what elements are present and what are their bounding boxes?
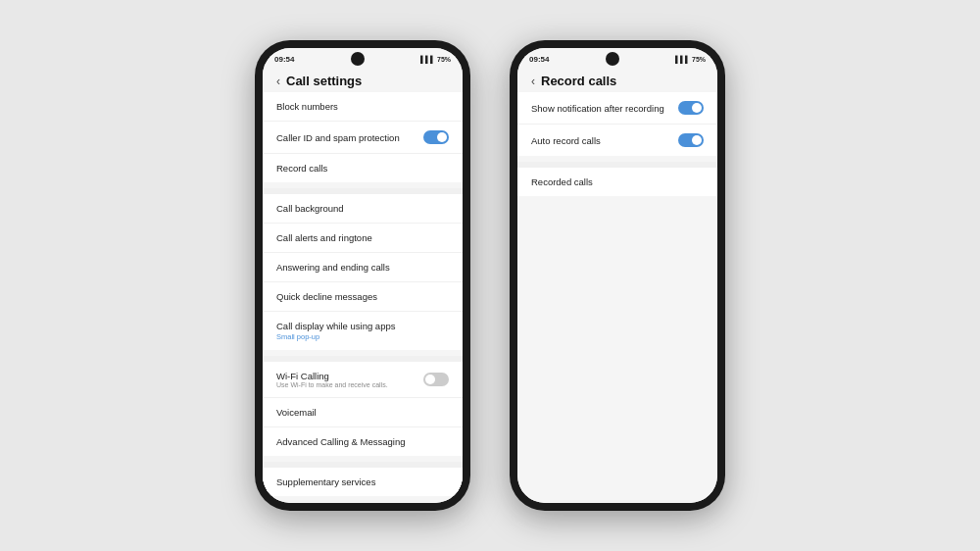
page-title-2: Record calls xyxy=(541,74,616,88)
recorded-calls-section: Recorded calls xyxy=(517,168,717,196)
item-label: Advanced Calling & Messaging xyxy=(276,436,406,447)
section-group-3: Wi-Fi Calling Use Wi-Fi to make and rece… xyxy=(263,362,463,456)
camera-notch-2 xyxy=(606,52,619,66)
item-label: Supplementary services xyxy=(276,476,375,487)
wifi-toggle[interactable] xyxy=(423,373,449,386)
list-item[interactable]: Voicemail xyxy=(263,398,463,427)
caller-id-toggle[interactable] xyxy=(423,130,449,144)
status-bar-2: 09:54 ▌▌▌ 75% xyxy=(517,48,717,68)
item-label: Wi-Fi Calling xyxy=(276,371,388,381)
recorded-calls-item[interactable]: Recorded calls xyxy=(517,168,717,196)
item-label: Quick decline messages xyxy=(276,291,377,302)
settings-list-1: Block numbers Caller ID and spam protect… xyxy=(263,92,463,503)
item-label: Call alerts and ringtone xyxy=(276,232,372,243)
wifi-subtext: Use Wi-Fi to make and receive calls. xyxy=(276,381,388,388)
toggle-knob xyxy=(425,375,435,384)
list-item[interactable]: Supplementary services xyxy=(263,468,463,496)
time-1: 09:54 xyxy=(274,55,294,64)
battery-icon: 75% xyxy=(437,56,451,63)
auto-record-item[interactable]: Auto record calls xyxy=(517,125,717,156)
phone-2-screen: 09:54 ▌▌▌ 75% ‹ Record calls Show notifi… xyxy=(517,48,717,503)
item-label: Call background xyxy=(276,203,344,214)
list-item[interactable]: Block numbers xyxy=(263,92,463,122)
signal-icon: ▌▌▌ xyxy=(420,56,435,63)
show-notification-label: Show notification after recording xyxy=(531,103,664,114)
record-calls-item[interactable]: Record calls xyxy=(263,154,463,182)
camera-notch-1 xyxy=(351,52,365,66)
item-text-wrap: Call display while using apps Small pop-… xyxy=(276,321,395,341)
status-bar-1: 09:54 ▌▌▌ 75% xyxy=(263,48,463,68)
auto-record-label: Auto record calls xyxy=(531,135,601,146)
item-text-wrap: Wi-Fi Calling Use Wi-Fi to make and rece… xyxy=(276,371,388,388)
list-item[interactable]: Advanced Calling & Messaging xyxy=(263,427,463,456)
show-notification-toggle[interactable] xyxy=(678,101,704,115)
item-label: Voicemail xyxy=(276,407,317,418)
back-arrow-1[interactable]: ‹ xyxy=(276,75,280,88)
status-icons-1: ▌▌▌ 75% xyxy=(420,56,451,63)
phone-1-screen: 09:54 ▌▌▌ 75% ‹ Call settings Block numb… xyxy=(263,48,463,503)
recorded-calls-label: Recorded calls xyxy=(531,176,593,187)
phone-1: 09:54 ▌▌▌ 75% ‹ Call settings Block numb… xyxy=(255,40,470,511)
list-item[interactable]: Call display while using apps Small pop-… xyxy=(263,312,463,350)
back-arrow-2[interactable]: ‹ xyxy=(531,75,535,88)
nav-bar-2: ‹ Record calls xyxy=(517,68,717,92)
signal-icon-2: ▌▌▌ xyxy=(675,56,690,63)
nav-bar-1: ‹ Call settings xyxy=(263,68,463,92)
list-item[interactable]: Answering and ending calls xyxy=(263,253,463,282)
toggle-knob xyxy=(692,135,702,145)
record-calls-list: Show notification after recording Auto r… xyxy=(517,92,717,503)
item-label: Call display while using apps xyxy=(276,321,395,331)
battery-icon-2: 75% xyxy=(692,56,706,63)
record-calls-label: Record calls xyxy=(276,163,327,174)
section-group-1: Block numbers Caller ID and spam protect… xyxy=(263,92,463,182)
section-group-4: Supplementary services xyxy=(263,468,463,496)
toggle-knob xyxy=(437,132,447,142)
auto-record-toggle[interactable] xyxy=(678,133,704,147)
item-label: Block numbers xyxy=(276,101,338,112)
item-label: Answering and ending calls xyxy=(276,262,390,273)
phone-2: 09:54 ▌▌▌ 75% ‹ Record calls Show notifi… xyxy=(510,40,725,511)
item-sublabel: Small pop-up xyxy=(276,332,395,341)
wifi-calling-item[interactable]: Wi-Fi Calling Use Wi-Fi to make and rece… xyxy=(263,362,463,398)
list-item[interactable]: Caller ID and spam protection xyxy=(263,122,463,154)
toggle-knob xyxy=(692,103,702,113)
time-2: 09:54 xyxy=(529,55,549,64)
list-item[interactable]: Call alerts and ringtone xyxy=(263,224,463,253)
record-section: Show notification after recording Auto r… xyxy=(517,92,717,156)
phones-container: 09:54 ▌▌▌ 75% ‹ Call settings Block numb… xyxy=(255,40,725,511)
item-label: Caller ID and spam protection xyxy=(276,132,400,143)
status-icons-2: ▌▌▌ 75% xyxy=(675,56,706,63)
page-title-1: Call settings xyxy=(286,74,362,88)
list-item[interactable]: Quick decline messages xyxy=(263,282,463,312)
list-item[interactable]: Call background xyxy=(263,194,463,224)
section-group-2: Call background Call alerts and ringtone… xyxy=(263,194,463,350)
show-notification-item[interactable]: Show notification after recording xyxy=(517,92,717,125)
